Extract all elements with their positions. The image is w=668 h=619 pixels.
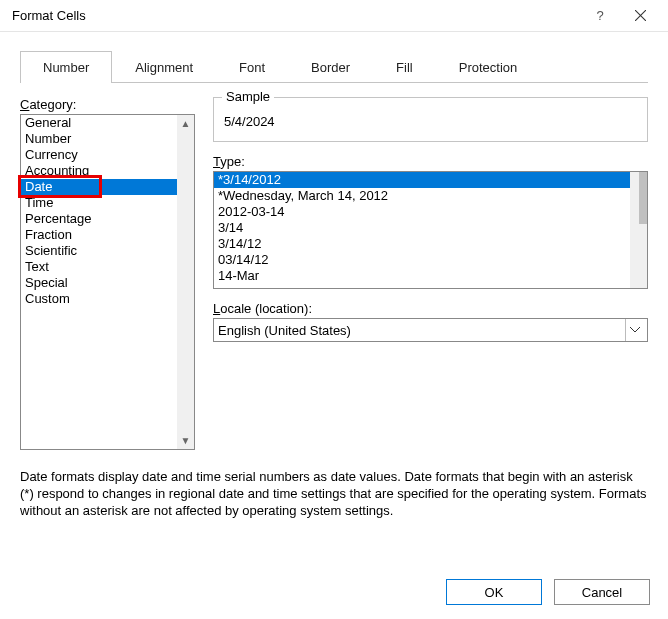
help-button[interactable]: ? bbox=[580, 0, 620, 32]
category-item[interactable]: Percentage bbox=[21, 211, 194, 227]
scroll-down-icon[interactable]: ▼ bbox=[177, 432, 194, 449]
tab-number[interactable]: Number bbox=[20, 51, 112, 83]
description-text: Date formats display date and time seria… bbox=[20, 468, 648, 519]
sample-group: Sample 5/4/2024 bbox=[213, 97, 648, 142]
type-item[interactable]: 3/14 bbox=[214, 220, 647, 236]
category-item[interactable]: Text bbox=[21, 259, 194, 275]
window-title: Format Cells bbox=[12, 8, 580, 23]
dialog-buttons: OK Cancel bbox=[446, 579, 650, 605]
tab-alignment[interactable]: Alignment bbox=[112, 51, 216, 83]
type-item[interactable]: 3/14/12 bbox=[214, 236, 647, 252]
category-list[interactable]: GeneralNumberCurrencyAccountingDateTimeP… bbox=[20, 114, 195, 450]
category-item[interactable]: Number bbox=[21, 131, 194, 147]
tab-font[interactable]: Font bbox=[216, 51, 288, 83]
scroll-up-icon[interactable]: ▲ bbox=[177, 115, 194, 132]
category-item[interactable]: Special bbox=[21, 275, 194, 291]
category-item[interactable]: Fraction bbox=[21, 227, 194, 243]
type-item[interactable]: 14-Mar bbox=[214, 268, 647, 284]
tab-border[interactable]: Border bbox=[288, 51, 373, 83]
type-label: Type: bbox=[213, 154, 648, 169]
category-item[interactable]: Custom bbox=[21, 291, 194, 307]
locale-label: Locale (location): bbox=[213, 301, 648, 316]
tab-protection[interactable]: Protection bbox=[436, 51, 541, 83]
category-item[interactable]: Scientific bbox=[21, 243, 194, 259]
chevron-down-icon bbox=[625, 319, 643, 341]
tab-strip: NumberAlignmentFontBorderFillProtection bbox=[20, 50, 648, 83]
tab-fill[interactable]: Fill bbox=[373, 51, 436, 83]
close-button[interactable] bbox=[620, 0, 660, 32]
category-item[interactable]: Currency bbox=[21, 147, 194, 163]
close-icon bbox=[635, 10, 646, 21]
scrollbar[interactable] bbox=[630, 172, 647, 288]
type-list[interactable]: *3/14/2012*Wednesday, March 14, 20122012… bbox=[213, 171, 648, 289]
locale-select[interactable]: English (United States) bbox=[213, 318, 648, 342]
type-item[interactable]: 03/14/12 bbox=[214, 252, 647, 268]
category-item[interactable]: Time bbox=[21, 195, 194, 211]
type-item[interactable]: *Wednesday, March 14, 2012 bbox=[214, 188, 647, 204]
category-item[interactable]: Date bbox=[21, 179, 194, 195]
scroll-thumb[interactable] bbox=[639, 172, 647, 224]
cancel-button[interactable]: Cancel bbox=[554, 579, 650, 605]
ok-button[interactable]: OK bbox=[446, 579, 542, 605]
category-label: Category: bbox=[20, 97, 195, 112]
sample-value: 5/4/2024 bbox=[214, 98, 647, 141]
locale-value: English (United States) bbox=[218, 323, 351, 338]
type-item[interactable]: 2012-03-14 bbox=[214, 204, 647, 220]
scrollbar[interactable]: ▲ ▼ bbox=[177, 115, 194, 449]
title-bar: Format Cells ? bbox=[0, 0, 668, 32]
type-item[interactable]: *3/14/2012 bbox=[214, 172, 647, 188]
category-item[interactable]: Accounting bbox=[21, 163, 194, 179]
category-item[interactable]: General bbox=[21, 115, 194, 131]
sample-label: Sample bbox=[222, 89, 274, 104]
